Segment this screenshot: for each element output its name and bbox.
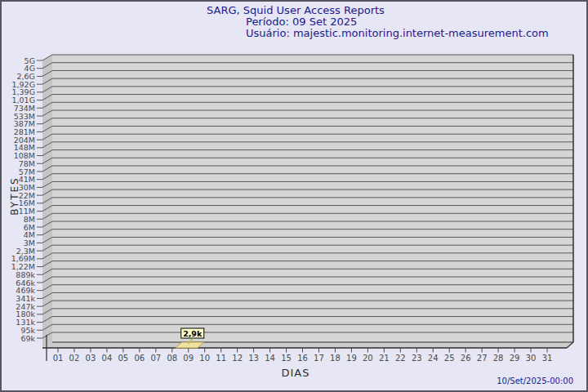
- x-tick-label: 07: [150, 354, 161, 363]
- data-point-value-label: 2,9k: [183, 329, 203, 338]
- x-tick-label: 02: [69, 354, 80, 363]
- y-tick-label: 69k: [20, 334, 35, 343]
- x-tick-label: 17: [314, 354, 324, 363]
- chart-floor: [42, 342, 573, 348]
- x-tick-label: 28: [493, 354, 504, 363]
- chart-canvas: 5G4G2,6G1,92G1,39G1,01G734M533M387M281M2…: [2, 2, 588, 392]
- x-tick-label: 15: [281, 354, 292, 363]
- x-tick-label: 25: [444, 354, 455, 363]
- plot-area: [52, 55, 573, 342]
- x-tick-label: 08: [167, 354, 177, 363]
- x-tick-label: 12: [232, 354, 243, 363]
- x-tick-label: 06: [134, 354, 145, 363]
- x-tick-label: 05: [118, 354, 128, 363]
- x-tick-label: 29: [510, 354, 520, 363]
- x-tick-label: 21: [379, 354, 390, 363]
- x-tick-label: 14: [265, 354, 275, 363]
- x-tick-label: 10: [199, 354, 210, 363]
- x-tick-label: 27: [477, 354, 488, 363]
- x-tick-label: 04: [102, 354, 113, 363]
- x-tick-label: 09: [183, 354, 194, 363]
- x-tick-label: 19: [346, 354, 357, 363]
- x-tick-label: 31: [542, 354, 553, 363]
- x-tick-label: 16: [297, 354, 308, 363]
- x-tick-label: 01: [53, 354, 64, 363]
- x-tick-label: 13: [248, 354, 259, 363]
- x-tick-label: 26: [461, 354, 471, 363]
- x-tick-label: 23: [412, 354, 422, 363]
- x-tick-label: 11: [216, 354, 226, 363]
- x-tick-label: 20: [363, 354, 373, 363]
- generation-timestamp: 10/Set/2025-00:00: [497, 376, 573, 385]
- x-tick-label: 18: [330, 354, 341, 363]
- x-tick-label: 22: [395, 354, 406, 363]
- x-tick-label: 30: [526, 354, 537, 363]
- x-tick-label: 24: [428, 354, 439, 363]
- sarg-report-screen: SARG, Squid User Access Reports Período:…: [0, 0, 588, 392]
- x-tick-label: 03: [86, 354, 96, 363]
